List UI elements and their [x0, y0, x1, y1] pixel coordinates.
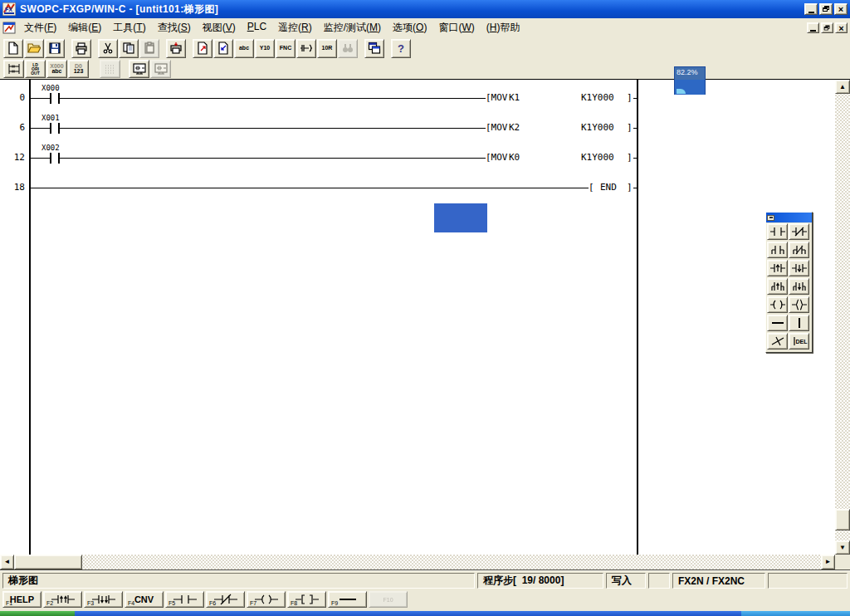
contact-coil-list-button[interactable] [296, 39, 316, 58]
palette-c-open-button[interactable] [767, 223, 788, 240]
mdi-minimize-button[interactable] [807, 22, 819, 33]
menu-tools[interactable]: 工具(T) [107, 19, 151, 37]
device-name-button[interactable]: Y10 [255, 39, 275, 58]
close-button[interactable]: × [834, 3, 848, 15]
copy-button[interactable] [119, 39, 139, 58]
find-button [338, 39, 358, 58]
menu-file[interactable]: 文件(F) [18, 19, 62, 37]
start-button-sliver[interactable] [0, 611, 75, 616]
close-icon: × [838, 5, 843, 13]
zoom-preview [675, 80, 705, 95]
monitor-start-button[interactable] [129, 60, 149, 78]
fkey-f4-button[interactable]: CNVF4 [125, 591, 164, 608]
ladder-cursor[interactable] [434, 203, 487, 232]
cascade-windows-button[interactable] [364, 39, 384, 58]
function-list-button[interactable]: FNC [276, 39, 296, 58]
menu-plc[interactable]: PLC [242, 19, 272, 37]
menu-monitor[interactable]: 监控/测试(M) [318, 19, 387, 37]
vertical-scrollbar[interactable]: ▲ ▼ [835, 80, 850, 555]
palette-brace-button[interactable] [789, 296, 809, 313]
app-icon[interactable]: FX [2, 2, 16, 16]
ladder-view-button[interactable] [3, 60, 24, 78]
palette-slash-button[interactable] [767, 333, 788, 350]
palette-c-open-or-button[interactable] [767, 242, 788, 258]
rung-line [31, 128, 50, 129]
save-button[interactable] [45, 39, 65, 58]
palette-del-button[interactable]: DEL [789, 333, 809, 350]
menu-help[interactable]: (H)帮助 [481, 19, 526, 37]
mdi-close-button[interactable]: × [835, 22, 848, 33]
c-pulse-up-icon [769, 262, 786, 275]
zoom-preview-mark [677, 89, 686, 94]
scroll-left-button[interactable]: ◄ [0, 555, 14, 570]
mdi-restore-button[interactable] [821, 22, 833, 33]
horizontal-scrollbar[interactable]: ◄ ► [0, 555, 835, 570]
fkey-f3-button[interactable]: F3 [84, 591, 123, 608]
palette-hline-button[interactable] [767, 315, 788, 331]
menu-window[interactable]: 窗口(W) [432, 19, 480, 37]
palette-c-pulse-down-button[interactable] [789, 260, 809, 276]
fkey-f1-button[interactable]: HELPF1 [2, 591, 42, 608]
transfer-button[interactable] [166, 39, 186, 58]
fkey-f6-button[interactable]: F6 [206, 591, 245, 608]
palette-system-menu-button[interactable] [767, 215, 774, 221]
palette-vline-button[interactable] [789, 315, 809, 331]
device-comment-button[interactable]: abc [234, 39, 254, 58]
palette-c-pulse-up-button[interactable] [767, 260, 788, 276]
ladder-view-icon [7, 62, 21, 76]
ladder-editor[interactable]: 0X000[MOVK1K1Y000]6X001[MOVK2K1Y000]12X0… [0, 80, 835, 555]
fkey-f9-button[interactable]: F9 [328, 591, 367, 608]
minimize-button[interactable] [804, 3, 818, 15]
fnc-icon: FNC [280, 46, 291, 51]
scroll-down-button[interactable]: ▼ [835, 540, 850, 555]
fkey-f8-button[interactable]: F8 [287, 591, 326, 608]
help-button[interactable]: ? [391, 39, 411, 58]
new-file-button[interactable] [3, 39, 23, 58]
del-icon: DEL [791, 335, 808, 348]
menu-edit[interactable]: 编辑(E) [62, 19, 107, 37]
print-button[interactable] [71, 39, 91, 58]
f-contact-closed-icon [213, 593, 238, 606]
fkey-number: F10 [383, 597, 393, 603]
fkey-f2-button[interactable]: F2 [43, 591, 82, 608]
palette-title-bar[interactable] [766, 213, 812, 222]
open-file-button[interactable] [24, 39, 44, 58]
vertical-scroll-thumb[interactable] [835, 509, 850, 530]
scroll-right-button[interactable]: ► [821, 555, 835, 570]
fkey-f5-button[interactable]: F5 [165, 591, 204, 608]
convert-start-button[interactable] [193, 39, 212, 58]
clipboard-paste-icon [143, 42, 156, 55]
mdi-minimize-icon [810, 30, 816, 32]
status-bar: 梯形图 程序步[ 19/ 8000] 写入 FX2N / FX2NC [0, 572, 850, 589]
palette-coil-button[interactable] [767, 296, 788, 313]
cut-button[interactable] [98, 39, 118, 58]
menu-remote[interactable]: 遥控(R) [272, 19, 318, 37]
mdi-restore-icon [824, 25, 831, 31]
palette-c-closed-button[interactable] [789, 223, 809, 240]
vline-icon [791, 316, 808, 330]
f-coil-icon [254, 593, 279, 606]
instruction-operand: K1Y000 [581, 152, 614, 163]
instruction-list-button[interactable]: LDORIOUT [25, 60, 46, 78]
main-toolbar: abc Y10 FNC 10R ? [0, 37, 850, 59]
scroll-up-button[interactable]: ▲ [835, 80, 850, 94]
restore-button[interactable] [819, 3, 833, 15]
slash-icon [769, 335, 786, 348]
comment-display-button[interactable]: X000abc [46, 60, 67, 78]
decimal-display-button[interactable]: 10R [317, 39, 337, 58]
palette-c-pulse-down-or-button[interactable] [789, 278, 809, 295]
taskbar-button-sliver[interactable] [741, 611, 850, 616]
menu-view[interactable]: 视图(V) [197, 19, 242, 37]
child-window-icon[interactable] [2, 22, 16, 34]
fkey-f7-button[interactable]: F7 [247, 591, 286, 608]
menu-search[interactable]: 查找(S) [152, 19, 197, 37]
fkey-label: HELP [10, 594, 34, 604]
question-mark-icon: ? [398, 42, 404, 55]
menu-options[interactable]: 选项(O) [387, 19, 432, 37]
register-display-button[interactable]: D0123 [68, 60, 89, 78]
window-title: SWOPC-FXGP/WIN-C - [untit101:梯形图] [20, 2, 218, 17]
convert-end-button[interactable] [213, 39, 233, 58]
palette-c-closed-or-button[interactable] [789, 242, 809, 258]
horizontal-scroll-thumb[interactable] [14, 555, 82, 570]
palette-c-pulse-up-or-button[interactable] [767, 278, 788, 295]
